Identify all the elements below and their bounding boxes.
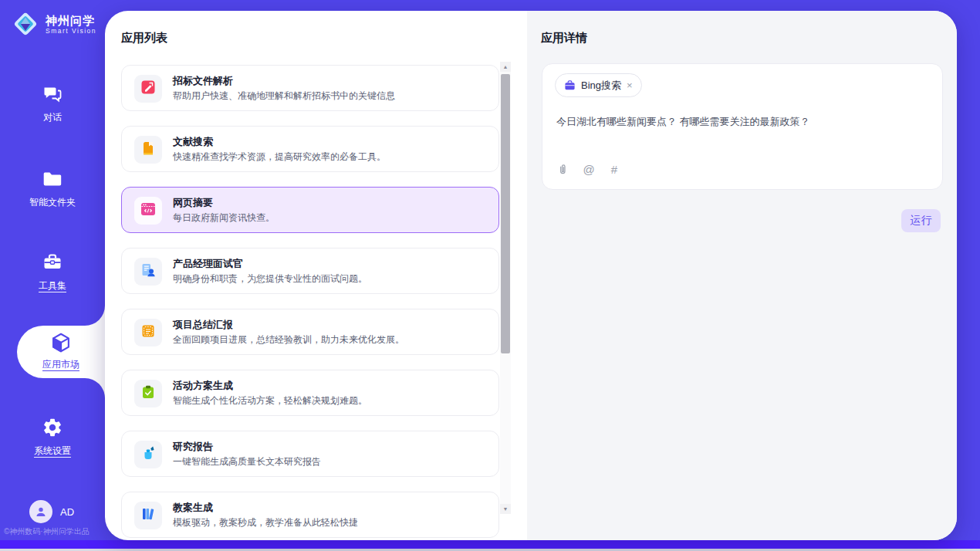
sidebar-item-toolset[interactable]: 工具集 <box>0 252 105 292</box>
prompt-input[interactable]: 今日湖北有哪些新闻要点？ 有哪些需要关注的最新政策？ <box>556 115 927 129</box>
ink-pen-icon <box>140 445 156 464</box>
main-content: 应用列表 招标文件解析 帮助用户快速、准确地理解和解析招标书中的关键信息 文献搜… <box>105 11 957 540</box>
user-avatar-icon <box>29 500 52 523</box>
app-item-title: 教案生成 <box>173 501 213 515</box>
app-list-item[interactable]: 研究报告 一键智能生成高质量长文本研究报告 <box>121 431 499 477</box>
browser-code-icon <box>140 201 156 220</box>
app-detail-panel: 应用详情 Bing搜索 × 今日湖北有哪些新闻要点？ 有哪些需要关注的最新政策？… <box>527 11 957 540</box>
app-item-description: 智能生成个性化活动方案，轻松解决规划难题。 <box>173 394 367 407</box>
app-item-title: 网页摘要 <box>173 196 213 210</box>
app-list-item[interactable]: 活动方案生成 智能生成个性化活动方案，轻松解决规划难题。 <box>121 370 499 416</box>
cube-icon <box>49 331 73 354</box>
interview-icon <box>140 262 156 281</box>
chip-close-icon[interactable]: × <box>627 80 633 90</box>
sidebar-item-label: 系统设置 <box>34 445 71 458</box>
toolbox-icon <box>42 252 63 273</box>
app-item-description: 帮助用户快速、准确地理解和解析招标书中的关键信息 <box>173 90 395 103</box>
app-item-description: 一键智能生成高质量长文本研究报告 <box>173 455 321 468</box>
app-item-description: 全面回顾项目进展，总结经验教训，助力未来优化发展。 <box>173 333 404 346</box>
folder-icon <box>42 168 63 190</box>
user-account[interactable]: AD <box>29 500 74 523</box>
brand-subtitle: Smart Vision <box>46 27 96 35</box>
app-detail-title: 应用详情 <box>541 31 587 46</box>
app-list-title: 应用列表 <box>121 31 167 46</box>
mention-icon[interactable]: @ <box>582 163 596 176</box>
app-list-item[interactable]: 项目总结汇报 全面回顾项目进展，总结经验教训，助力未来优化发展。 <box>121 309 499 355</box>
paperclip-icon[interactable] <box>556 164 570 176</box>
diamond-logo-icon <box>11 9 40 39</box>
app-list-item[interactable]: 产品经理面试官 明确身份和职责，为您提供专业性的面试问题。 <box>121 248 499 294</box>
app-list-item[interactable]: 教案生成 模板驱动，教案秒成，教学准备从此轻松快捷 <box>121 492 499 538</box>
app-item-title: 研究报告 <box>173 440 213 454</box>
brand-logo: 神州问学 Smart Vision <box>11 9 96 39</box>
app-list-item[interactable]: 文献搜索 快速精准查找学术资源，提高研究效率的必备工具。 <box>121 126 499 172</box>
app-list-item[interactable]: 招标文件解析 帮助用户快速、准确地理解和解析招标书中的关键信息 <box>121 65 499 111</box>
book-icon <box>140 140 156 159</box>
sidebar-item-app-market[interactable]: 应用市场 <box>17 326 105 378</box>
sidebar: 神州问学 Smart Vision 对话 智能文件夹 工具集 <box>0 0 105 551</box>
sidebar-item-label: 应用市场 <box>42 359 79 371</box>
hash-icon[interactable]: # <box>607 163 621 176</box>
scrollbar[interactable]: ▲ ▼ <box>500 62 511 514</box>
bottom-band <box>0 540 980 549</box>
note-icon <box>140 323 156 342</box>
chat-icon <box>42 83 63 105</box>
edit-document-icon <box>140 79 156 98</box>
app-item-description: 明确身份和职责，为您提供专业性的面试问题。 <box>173 272 367 286</box>
composer-toolbar: @ # <box>556 163 621 176</box>
bubble-notch-top <box>85 306 105 326</box>
briefcase-icon <box>564 79 576 91</box>
user-name: AD <box>60 506 74 518</box>
sidebar-item-label: 工具集 <box>39 280 66 292</box>
app-item-title: 招标文件解析 <box>173 74 233 88</box>
sidebar-item-chat[interactable]: 对话 <box>0 83 105 124</box>
tool-chip-label: Bing搜索 <box>581 79 621 93</box>
app-item-title: 产品经理面试官 <box>173 257 243 271</box>
run-button[interactable]: 运行 <box>901 209 941 232</box>
tool-chip-bing-search[interactable]: Bing搜索 × <box>555 73 642 97</box>
brand-name: 神州问学 <box>46 14 96 27</box>
sidebar-item-label: 对话 <box>43 112 62 123</box>
clipboard-check-icon <box>140 384 156 403</box>
prompt-card: Bing搜索 × 今日湖北有哪些新闻要点？ 有哪些需要关注的最新政策？ @ # <box>542 63 943 190</box>
sidebar-item-system-settings[interactable]: 系统设置 <box>0 417 105 458</box>
gear-icon <box>42 417 63 438</box>
app-item-description: 模板驱动，教案秒成，教学准备从此轻松快捷 <box>173 516 358 529</box>
app-list: 招标文件解析 帮助用户快速、准确地理解和解析招标书中的关键信息 文献搜索 快速精… <box>121 65 499 540</box>
copyright-text: ©神州数码·神州问学出品 <box>4 526 105 537</box>
books-icon <box>140 506 156 525</box>
app-item-title: 文献搜索 <box>173 135 213 149</box>
sidebar-item-smart-folder[interactable]: 智能文件夹 <box>0 168 105 209</box>
app-window: 神州问学 Smart Vision 对话 智能文件夹 工具集 <box>0 0 980 551</box>
app-list-item[interactable]: 网页摘要 每日政府新闻资讯快查。 <box>121 187 499 233</box>
scroll-down-icon[interactable]: ▼ <box>500 504 511 514</box>
app-item-title: 活动方案生成 <box>173 379 233 393</box>
bubble-notch-bottom <box>85 378 105 398</box>
scroll-up-icon[interactable]: ▲ <box>500 62 511 72</box>
app-item-title: 项目总结汇报 <box>173 318 233 332</box>
scrollbar-thumb[interactable] <box>501 74 510 353</box>
sidebar-item-label: 智能文件夹 <box>29 197 76 208</box>
app-item-description: 每日政府新闻资讯快查。 <box>173 211 275 225</box>
app-item-description: 快速精准查找学术资源，提高研究效率的必备工具。 <box>173 150 386 164</box>
